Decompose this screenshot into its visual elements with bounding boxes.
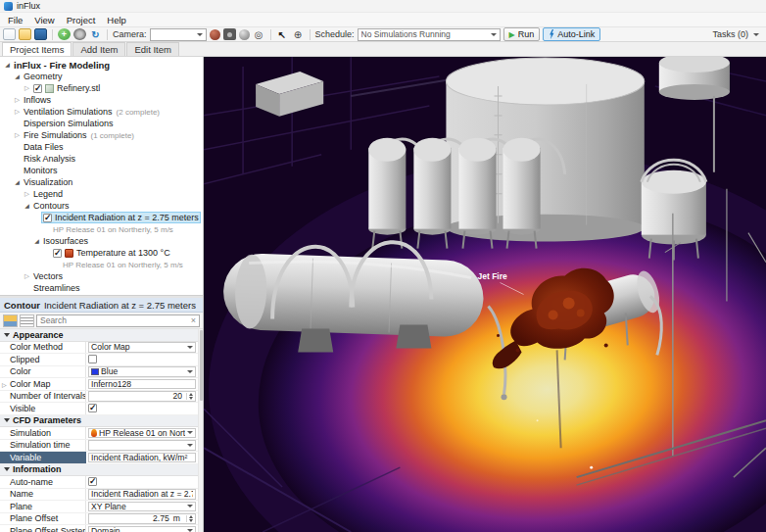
tree-item[interactable]: Risk Analysis xyxy=(0,153,203,165)
property-dropdown-control[interactable]: Domain xyxy=(88,526,196,532)
mesh-icon xyxy=(45,84,54,93)
property-dropdown-control[interactable]: Color Map xyxy=(88,342,196,353)
tree-expander-icon[interactable] xyxy=(13,71,22,82)
property-spinner-control[interactable]: 20 xyxy=(88,391,196,402)
property-section-header[interactable]: Information xyxy=(0,464,198,477)
tree-checkbox[interactable] xyxy=(33,84,42,93)
tree-item[interactable]: HP Release 01 on Northerly, 5 m/s xyxy=(0,223,203,235)
tree-item-label: Inflows xyxy=(24,95,51,105)
property-checkbox[interactable] xyxy=(88,404,97,412)
tree-item[interactable]: Vectors xyxy=(0,270,203,282)
unit-label: m xyxy=(173,513,180,523)
tree-item[interactable]: Data Files xyxy=(0,141,203,153)
property-expand-icon[interactable] xyxy=(2,379,10,389)
search-input[interactable] xyxy=(40,315,189,325)
property-value: Blue xyxy=(86,366,198,378)
tab-project-items[interactable]: Project Items xyxy=(2,42,72,56)
dropdown-arrow-icon[interactable] xyxy=(187,431,193,434)
tree-expander-icon[interactable] xyxy=(3,59,12,71)
property-checkbox[interactable] xyxy=(88,477,97,486)
tree-item[interactable]: Legend xyxy=(0,188,203,200)
tab-add-item[interactable]: Add Item xyxy=(72,42,125,56)
add-item-icon[interactable]: + xyxy=(58,28,71,40)
autolink-button[interactable]: Auto-Link xyxy=(543,27,600,41)
camera-select[interactable] xyxy=(150,28,207,41)
section-collapse-icon[interactable] xyxy=(4,418,10,422)
property-dropdown-icon-control[interactable]: HP Release 01 on Northerl... xyxy=(88,428,196,439)
tree-item[interactable]: Contours xyxy=(0,200,203,212)
tree-expander-icon[interactable] xyxy=(32,235,41,247)
tree-expander-icon[interactable] xyxy=(13,106,22,118)
menu-help[interactable]: Help xyxy=(101,15,132,25)
tree-expander-icon[interactable] xyxy=(13,94,22,106)
property-dropdown-control[interactable]: XY Plane xyxy=(88,502,196,512)
alphabetical-view-icon[interactable] xyxy=(20,314,34,327)
dropdown-arrow-icon[interactable] xyxy=(187,370,193,373)
target-icon[interactable]: ◎ xyxy=(253,28,265,40)
property-dropdown-color-control[interactable]: Blue xyxy=(88,366,196,377)
settings-icon[interactable] xyxy=(73,28,86,40)
tasks-dropdown[interactable]: Tasks (0) xyxy=(708,27,763,41)
record-icon[interactable] xyxy=(210,29,220,40)
spinner-buttons[interactable] xyxy=(186,393,193,401)
property-text-control[interactable]: Incident Radiation, kW/m² xyxy=(88,453,196,463)
tree-item[interactable]: Geometry xyxy=(0,71,203,82)
section-collapse-icon[interactable] xyxy=(4,333,10,337)
menu-file[interactable]: File xyxy=(2,15,28,25)
property-spinner-unit-control[interactable]: 2.75m xyxy=(88,513,196,524)
tree-item[interactable]: Fire Simulations (1 complete) xyxy=(0,129,203,141)
section-collapse-icon[interactable] xyxy=(4,467,10,471)
properties-scrollbar[interactable] xyxy=(198,329,203,532)
property-text-control[interactable]: Incident Radiation at z = 2.75 meters xyxy=(88,489,196,500)
dropdown-arrow-icon[interactable] xyxy=(187,505,193,508)
tree-expander-icon[interactable] xyxy=(13,129,22,141)
viewport-3d[interactable]: Jet Fire xyxy=(204,57,766,532)
tree-item[interactable]: Temperature at 1300 °C xyxy=(0,247,203,259)
tree-item[interactable]: Streamlines xyxy=(0,282,203,294)
schedule-select[interactable]: No Simulations Running xyxy=(358,28,501,41)
property-text-control[interactable]: Inferno128 xyxy=(88,379,196,390)
sync-icon[interactable]: ↻ xyxy=(89,28,102,40)
tree-item[interactable]: Incident Radiation at z = 2.75 meters xyxy=(0,212,203,223)
save-icon[interactable] xyxy=(34,28,47,40)
tree-item[interactable]: Dispersion Simulations xyxy=(0,118,203,129)
tree-expander-icon[interactable] xyxy=(23,270,31,282)
property-checkbox[interactable] xyxy=(88,355,97,363)
tree-expander-icon[interactable] xyxy=(23,82,31,94)
menu-project[interactable]: Project xyxy=(61,15,102,25)
run-button[interactable]: ▶ Run xyxy=(503,27,541,41)
tree-expander-icon[interactable] xyxy=(23,200,31,212)
property-section-header[interactable]: Appearance xyxy=(0,329,198,342)
view-sphere-icon[interactable] xyxy=(239,29,250,40)
scrollbar-thumb[interactable] xyxy=(200,330,203,401)
tree-expander-icon[interactable] xyxy=(13,176,22,188)
tree-item-sublabel: (2 complete) xyxy=(117,108,160,117)
categorized-view-icon[interactable] xyxy=(3,314,18,327)
tab-edit-item[interactable]: Edit Item xyxy=(126,42,179,56)
dropdown-arrow-icon[interactable] xyxy=(187,346,193,349)
tree-item[interactable]: inFlux - Fire Modeling xyxy=(0,59,203,71)
property-value: 20 xyxy=(86,391,198,403)
open-file-icon[interactable] xyxy=(19,28,31,40)
tree-item[interactable]: Inflows xyxy=(0,94,203,106)
tree-item[interactable]: Monitors xyxy=(0,165,203,176)
menu-view[interactable]: View xyxy=(28,15,60,25)
tree-item[interactable]: Refinery.stl xyxy=(0,82,203,94)
orbit-icon[interactable]: ⊕ xyxy=(292,28,305,40)
property-dropdown-control[interactable] xyxy=(88,440,196,451)
tree-item[interactable]: Ventilation Simulations (2 complete) xyxy=(0,106,203,118)
tree-item[interactable]: Isosurfaces xyxy=(0,235,203,247)
search-clear-icon[interactable]: × xyxy=(191,316,196,325)
select-cursor-icon[interactable]: ↖ xyxy=(276,28,289,40)
tree-item[interactable]: HP Release 01 on Northerly, 5 m/s xyxy=(0,259,203,270)
spinner-buttons[interactable] xyxy=(186,515,193,523)
tree-checkbox[interactable] xyxy=(43,214,52,222)
tree-item[interactable]: Visualization xyxy=(0,176,203,188)
tree-expander-icon[interactable] xyxy=(23,188,31,200)
property-section-header[interactable]: CFD Parameters xyxy=(0,415,198,428)
dropdown-arrow-icon[interactable] xyxy=(187,444,193,447)
camera-icon[interactable] xyxy=(223,28,236,40)
new-file-icon[interactable] xyxy=(3,28,16,40)
tree-checkbox[interactable] xyxy=(53,249,62,258)
camera-label: Camera: xyxy=(113,29,147,39)
